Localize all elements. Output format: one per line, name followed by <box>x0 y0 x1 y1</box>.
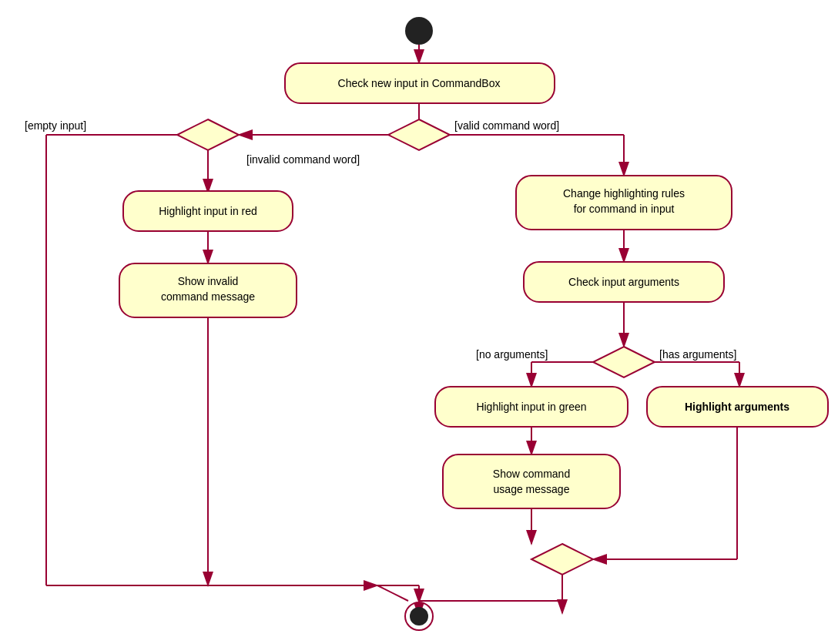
check-args-label: Check input arguments <box>568 276 679 288</box>
diamond-args <box>593 347 655 377</box>
highlight-args-label: Highlight arguments <box>685 401 789 413</box>
diamond-merge <box>531 544 593 575</box>
show-usage-box <box>443 454 620 508</box>
change-highlight-label1: Change highlighting rules <box>563 187 685 200</box>
path-merge-to-end <box>419 575 562 602</box>
label-empty-input: [empty input] <box>25 119 86 132</box>
label-valid-command: [valid command word] <box>454 119 559 132</box>
end-node-inner <box>410 607 428 626</box>
arrow-invalid-to-end-merge <box>377 585 408 601</box>
label-no-args: [no arguments] <box>476 348 548 361</box>
show-usage-label1: Show command <box>493 468 570 480</box>
highlight-green-label: Highlight input in green <box>476 401 586 413</box>
highlight-red-label: Highlight input in red <box>159 205 257 217</box>
start-node <box>405 17 433 45</box>
diamond-left <box>177 119 239 150</box>
diamond-top-right <box>388 119 450 150</box>
label-invalid-command: [invalid command word] <box>246 153 360 166</box>
change-highlight-label2: for command in input <box>574 203 675 215</box>
show-invalid-label1: Show invalid <box>178 275 239 287</box>
show-invalid-label2: command message <box>161 290 255 303</box>
label-has-args: [has arguments] <box>659 348 736 361</box>
show-usage-label2: usage message <box>494 483 570 495</box>
check-input-label: Check new input in CommandBox <box>338 77 501 89</box>
